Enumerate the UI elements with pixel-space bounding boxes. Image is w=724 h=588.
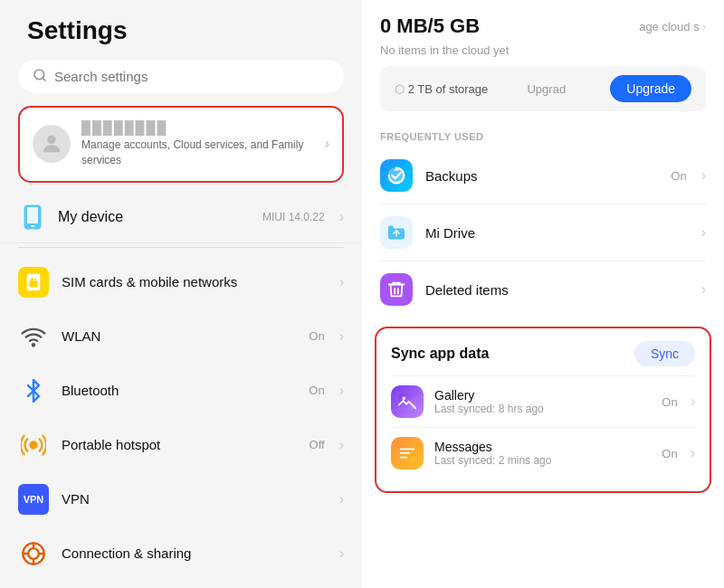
avatar — [33, 125, 71, 163]
my-device-label: My device — [58, 209, 252, 225]
bluetooth-icon — [18, 375, 49, 406]
chevron-right-icon: › — [339, 209, 344, 225]
svg-point-10 — [33, 344, 34, 346]
storage-amount: 0 MB/5 GB — [380, 14, 480, 38]
sync-section: Sync app data Sync Gallery Last synced: … — [375, 327, 711, 493]
storage-upgrade-row: ⬡ 2 TB of storage Upgrad Upgrade — [380, 66, 706, 111]
account-subtitle: Manage accounts, Cloud services, and Fam… — [81, 138, 314, 168]
chevron-right-icon: › — [339, 545, 344, 562]
sync-item-gallery[interactable]: Gallery Last synced: 8 hrs ago On › — [391, 375, 695, 427]
freq-label-deleted: Deleted items — [425, 282, 689, 298]
svg-rect-8 — [31, 278, 33, 280]
svg-point-11 — [31, 441, 37, 448]
chevron-right-icon: › — [325, 136, 329, 152]
backups-icon — [380, 159, 413, 192]
vpn-icon: VPN — [18, 484, 49, 515]
menu-item-vpn[interactable]: VPN VPN › — [0, 472, 362, 526]
wlan-icon — [18, 321, 49, 352]
menu-item-wlan[interactable]: WLAN On › — [0, 309, 362, 364]
messages-icon — [391, 437, 424, 469]
midrive-icon — [380, 216, 413, 249]
divider — [18, 247, 344, 248]
chevron-right-icon: › — [701, 224, 706, 241]
chevron-right-icon: › — [701, 281, 706, 298]
upgrade-button[interactable]: Upgrade — [610, 75, 691, 102]
chevron-right-icon: › — [339, 383, 344, 399]
freq-label-midrive: Mi Drive — [425, 225, 689, 241]
sync-info-gallery: Gallery Last synced: 8 hrs ago — [434, 388, 651, 415]
menu-label-bluetooth: Bluetooth — [62, 383, 296, 398]
gallery-sync-status: On — [662, 395, 677, 409]
sim-icon — [18, 267, 49, 298]
gallery-icon — [391, 385, 424, 418]
sync-item-messages[interactable]: Messages Last synced: 2 mins ago On › — [391, 427, 695, 479]
svg-rect-4 — [27, 207, 38, 223]
svg-point-18 — [403, 397, 406, 401]
gallery-sync-time: Last synced: 8 hrs ago — [434, 403, 651, 415]
wlan-status: On — [309, 329, 324, 343]
chevron-right-icon: › — [701, 167, 706, 184]
sync-header: Sync app data Sync — [391, 341, 695, 366]
upgrade-pre: Upgrad — [527, 82, 566, 96]
menu-item-sim[interactable]: SIM cards & mobile networks › — [0, 255, 362, 309]
svg-point-13 — [28, 548, 39, 559]
chevron-right-icon: › — [339, 437, 344, 453]
my-device-row[interactable]: My device MIUI 14.0.22 › — [0, 192, 362, 243]
hotspot-icon — [18, 430, 49, 460]
account-info: ████████ Manage accounts, Cloud services… — [81, 120, 314, 168]
messages-sync-time: Last synced: 2 mins ago — [434, 454, 651, 467]
svg-point-2 — [47, 136, 55, 144]
freq-section-label: FREQUENTLY USED — [380, 131, 706, 142]
menu-item-bluetooth[interactable]: Bluetooth On › — [0, 364, 362, 418]
menu-item-hotspot[interactable]: Portable hotspot Off › — [0, 418, 362, 472]
chevron-right-icon: › — [339, 328, 344, 345]
menu-label-hotspot: Portable hotspot — [62, 437, 297, 452]
menu-label-connection: Connection & sharing — [62, 545, 327, 561]
left-panel: Settings ████████ Manage accounts, Cloud… — [0, 0, 362, 588]
menu-label-vpn: VPN — [62, 491, 327, 507]
svg-rect-5 — [31, 225, 34, 227]
backups-status: On — [671, 169, 686, 183]
account-name: ████████ — [81, 120, 314, 135]
freq-label-backups: Backups — [425, 168, 658, 184]
connection-icon — [18, 538, 49, 569]
storage-header: 0 MB/5 GB age cloud s › — [380, 14, 706, 38]
right-panel: 0 MB/5 GB age cloud s › No items in the … — [362, 0, 724, 588]
search-bar[interactable] — [18, 60, 344, 93]
search-icon — [33, 68, 47, 85]
gallery-label: Gallery — [434, 388, 651, 403]
chevron-right-icon: › — [339, 274, 344, 290]
menu-item-connection[interactable]: Connection & sharing › — [0, 526, 362, 581]
search-input[interactable] — [54, 69, 329, 84]
chevron-right-icon: › — [691, 445, 695, 461]
sync-title: Sync app data — [391, 346, 489, 362]
menu-label-wlan: WLAN — [62, 328, 296, 344]
device-icon — [18, 203, 47, 232]
freq-item-backups[interactable]: Backups On › — [380, 147, 706, 204]
chevron-right-icon: › — [691, 394, 695, 410]
storage-empty-message: No items in the cloud yet — [380, 43, 706, 57]
storage-section: 0 MB/5 GB age cloud s › No items in the … — [362, 0, 724, 122]
hotspot-status: Off — [310, 438, 325, 451]
account-card[interactable]: ████████ Manage accounts, Cloud services… — [18, 106, 344, 183]
freq-item-deleted[interactable]: Deleted items › — [380, 261, 706, 318]
svg-line-1 — [43, 78, 45, 81]
frequently-used-section: FREQUENTLY USED Backups On › — [362, 122, 724, 318]
chevron-right-icon: › — [339, 491, 344, 507]
deleted-icon — [380, 273, 413, 306]
cloud-link[interactable]: age cloud s › — [639, 20, 706, 33]
messages-sync-status: On — [662, 447, 677, 460]
storage-tb-label: ⬡ 2 TB of storage — [395, 82, 488, 96]
menu-label-sim: SIM cards & mobile networks — [62, 274, 327, 289]
my-device-version: MIUI 14.0.22 — [262, 211, 325, 223]
freq-item-midrive[interactable]: Mi Drive › — [380, 204, 706, 261]
menu-list: SIM cards & mobile networks › WLAN On › … — [0, 251, 362, 584]
messages-label: Messages — [434, 440, 651, 454]
bluetooth-status: On — [309, 384, 324, 397]
svg-rect-9 — [34, 278, 36, 280]
sync-info-messages: Messages Last synced: 2 mins ago — [434, 440, 651, 467]
page-title: Settings — [0, 0, 362, 54]
sync-button[interactable]: Sync — [634, 341, 695, 366]
svg-rect-7 — [29, 280, 37, 287]
